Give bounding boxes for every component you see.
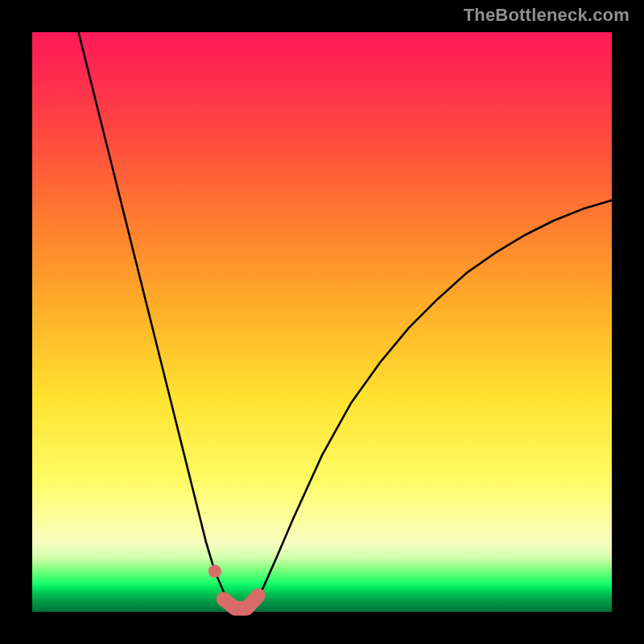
bottleneck-curve bbox=[32, 32, 612, 612]
flat-region-highlight bbox=[224, 596, 258, 609]
curve-path bbox=[79, 32, 612, 609]
plot-area bbox=[32, 32, 612, 612]
chart-root: TheBottleneck.com bbox=[0, 0, 644, 644]
watermark-text: TheBottleneck.com bbox=[464, 5, 630, 26]
marker-dot bbox=[208, 565, 221, 578]
